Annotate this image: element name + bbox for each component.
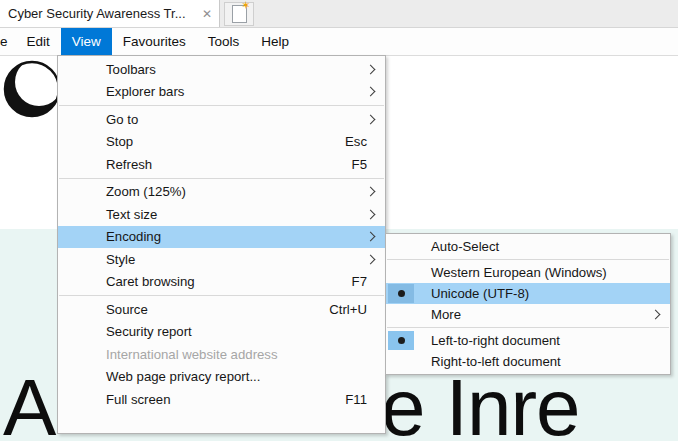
view-menu-separator [59,295,384,296]
menubar-item-help[interactable]: Help [250,28,300,55]
menubar-item-view[interactable]: View [61,28,112,55]
menubar-item-file-clipped[interactable]: e [0,28,16,55]
view-menu-item-label: Text size [106,207,157,222]
view-menu-item-international-website-address: International website address [58,343,385,366]
view-menu-item-label: Style [106,252,135,267]
view-menu-item-toolbars[interactable]: Toolbars [58,58,385,81]
view-menu-item-label: Security report [106,324,192,339]
view-menu-item-label: Stop [106,134,133,149]
view-menu-item-stop[interactable]: StopEsc [58,131,385,154]
view-menu-item-web-page-privacy-report[interactable]: Web page privacy report... [58,366,385,389]
new-tab-button[interactable]: ✶ [224,2,254,26]
shortcut-label: F11 [345,392,383,407]
new-tab-star-icon: ✶ [241,0,250,11]
view-menu-item-label: Caret browsing [106,274,195,289]
menubar-item-edit[interactable]: Edit [16,28,61,55]
encoding-item-label: Right-to-left document [431,354,561,369]
view-menu-item-label: International website address [106,347,278,362]
menubar-item-tools[interactable]: Tools [197,28,251,55]
view-menu-item-label: Go to [106,112,138,127]
submenu-chevron-icon [651,310,661,320]
submenu-chevron-icon [366,187,376,197]
submenu-chevron-icon [366,209,376,219]
submenu-chevron-icon [366,64,376,74]
view-menu-item-encoding[interactable]: Encoding [58,226,385,249]
view-menu-dropdown: ToolbarsExplorer barsGo toStopEscRefresh… [57,55,386,434]
menubar-item-favourites[interactable]: Favourites [112,28,197,55]
tab-close-icon[interactable]: ✕ [202,8,212,20]
view-menu-item-zoom-125[interactable]: Zoom (125%) [58,181,385,204]
submenu-chevron-icon [366,254,376,264]
encoding-separator [387,327,669,328]
encoding-item-left-to-right-document[interactable]: Left-to-right document [386,330,670,351]
view-menu-item-full-screen[interactable]: Full screenF11 [58,388,385,411]
page-heading-fragment-left: A [3,368,55,441]
site-logo-crescent [2,58,64,122]
encoding-item-label: Unicode (UTF-8) [431,286,529,301]
menu-bar: eEditViewFavouritesToolsHelp [0,28,678,55]
radio-bullet-icon [398,337,405,344]
view-menu-item-label: Full screen [106,392,171,407]
view-menu-item-style[interactable]: Style [58,248,385,271]
page-heading-fragment-right: e Inre [381,368,580,441]
shortcut-label: F7 [352,274,383,289]
radio-bullet-icon [398,290,405,297]
radio-selected-icon [388,284,414,303]
view-menu-separator [59,178,384,179]
view-menu-item-caret-browsing[interactable]: Caret browsingF7 [58,271,385,294]
view-menu-item-text-size[interactable]: Text size [58,203,385,226]
encoding-item-unicode-utf-8[interactable]: Unicode (UTF-8) [386,283,670,304]
encoding-item-western-european-windows[interactable]: Western European (Windows) [386,262,670,283]
view-menu-item-go-to[interactable]: Go to [58,108,385,131]
shortcut-label: F5 [352,157,383,172]
view-menu-item-label: Zoom (125%) [106,184,186,199]
tab-title: Cyber Security Awareness Tr... [0,6,186,21]
new-tab-page-icon: ✶ [232,5,247,23]
view-menu-item-security-report[interactable]: Security report [58,321,385,344]
tab-bar: Cyber Security Awareness Tr... ✕ ✶ [0,0,678,28]
radio-selected-icon [388,331,414,350]
view-menu-item-label: Encoding [106,229,161,244]
shortcut-label: Ctrl+U [329,302,383,317]
encoding-item-label: More [431,307,461,322]
encoding-item-right-to-left-document[interactable]: Right-to-left document [386,351,670,372]
view-menu-item-label: Explorer bars [106,84,184,99]
encoding-separator [387,259,669,260]
view-menu-item-refresh[interactable]: RefreshF5 [58,153,385,176]
view-menu-item-source[interactable]: SourceCtrl+U [58,298,385,321]
view-menu-separator [59,105,384,106]
submenu-chevron-icon [366,114,376,124]
encoding-item-more[interactable]: More [386,304,670,325]
view-menu-item-label: Refresh [106,157,152,172]
submenu-chevron-icon [366,232,376,242]
encoding-item-label: Left-to-right document [431,333,560,348]
view-menu-item-label: Web page privacy report... [106,369,260,384]
view-menu-item-explorer-bars[interactable]: Explorer bars [58,81,385,104]
encoding-item-label: Western European (Windows) [431,265,607,280]
view-menu-item-label: Source [106,302,148,317]
browser-window: A e Inre Cyber Security Awareness Tr... … [0,0,678,441]
submenu-chevron-icon [366,87,376,97]
view-menu-item-label: Toolbars [106,62,156,77]
encoding-item-label: Auto-Select [431,239,499,254]
shortcut-label: Esc [345,134,383,149]
tab-cyber-security-awareness[interactable]: Cyber Security Awareness Tr... ✕ [0,0,220,27]
encoding-submenu: Auto-SelectWestern European (Windows)Uni… [385,233,671,375]
encoding-item-auto-select[interactable]: Auto-Select [386,236,670,257]
